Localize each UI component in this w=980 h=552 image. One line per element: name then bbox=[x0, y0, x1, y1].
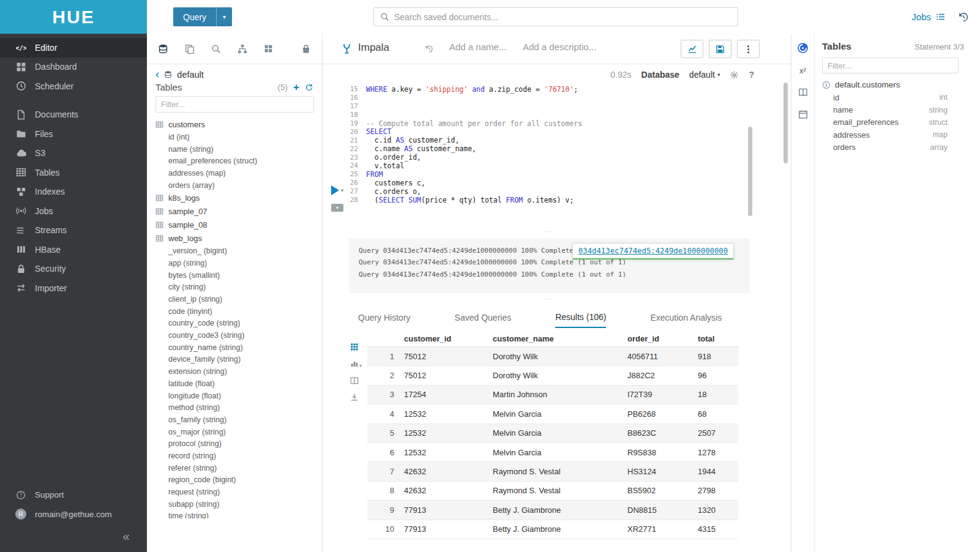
results-row[interactable]: 842632Raymond S. VestalBS59022798 bbox=[367, 482, 738, 501]
assist-search-tab[interactable] bbox=[211, 44, 221, 54]
assist-collections-tab[interactable] bbox=[301, 44, 311, 54]
right-column-item[interactable]: idint bbox=[822, 91, 973, 103]
results-row[interactable]: 275012Dorothy WilkJ882C296 bbox=[367, 366, 738, 385]
assist-documents-tab[interactable] bbox=[185, 44, 195, 54]
tree-table-item[interactable]: k8s_logs bbox=[155, 191, 322, 204]
tab-query-history[interactable]: Query History bbox=[358, 307, 411, 328]
query-history-toggle[interactable] bbox=[425, 45, 433, 53]
sidebar-item-tables[interactable]: Tables bbox=[0, 163, 147, 182]
sidebar-item-dashboard[interactable]: Dashboard bbox=[0, 58, 147, 77]
right-column-item[interactable]: ordersarray bbox=[822, 141, 973, 154]
tree-column-item[interactable]: _version_ (bigint) bbox=[155, 245, 322, 257]
resize-handle[interactable]: ··· bbox=[323, 229, 776, 234]
active-table-row[interactable]: default.customers bbox=[822, 80, 973, 89]
tree-column-item[interactable]: extension (string) bbox=[155, 365, 322, 378]
tree-table-item[interactable]: sample_08 bbox=[155, 218, 322, 231]
editor-assistant-tab[interactable] bbox=[791, 42, 814, 54]
execute-button[interactable]: ▾ bbox=[331, 185, 344, 195]
query-dropdown-button[interactable]: ▾ bbox=[216, 7, 232, 26]
right-column-item[interactable]: email_preferencesstruct bbox=[822, 116, 973, 129]
results-row[interactable]: 317254Martin JohnsonI72T3918 bbox=[367, 386, 738, 405]
sidebar-item-importer[interactable]: Importer bbox=[0, 278, 147, 298]
database-selector[interactable]: default ▾ bbox=[689, 70, 720, 80]
right-column-item[interactable]: addressesmap bbox=[822, 129, 973, 141]
tree-column-item[interactable]: addresses (map) bbox=[155, 167, 322, 179]
tab-execution-analysis[interactable]: Execution Analysis bbox=[650, 307, 722, 328]
global-history-button[interactable] bbox=[958, 12, 969, 23]
chart-view-button[interactable]: ▾ bbox=[350, 359, 362, 368]
tree-column-item[interactable]: record (string) bbox=[155, 450, 322, 462]
sidebar-item-support[interactable]: ? Support bbox=[0, 485, 147, 505]
tree-column-item[interactable]: subapp (string) bbox=[155, 498, 322, 510]
sidebar-item-hbase[interactable]: HBase bbox=[0, 240, 147, 259]
results-row[interactable]: 742632Raymond S. VestalHS31241944 bbox=[367, 462, 738, 481]
refresh-tables-button[interactable] bbox=[305, 83, 313, 92]
chart-button[interactable] bbox=[681, 40, 703, 58]
query-id-link[interactable]: 034d413ec7474ed5:4249de1000000000 bbox=[578, 247, 728, 255]
tree-table-item[interactable]: sample_07 bbox=[155, 204, 322, 218]
save-button[interactable] bbox=[709, 40, 731, 58]
tree-table-item[interactable]: customers bbox=[155, 117, 322, 131]
query-button[interactable]: Query bbox=[173, 7, 216, 26]
tree-column-item[interactable]: orders (array) bbox=[155, 179, 322, 192]
tree-column-item[interactable]: region_code (bigint) bbox=[155, 474, 322, 487]
tree-column-item[interactable]: longitude (float) bbox=[155, 390, 322, 402]
tree-column-item[interactable]: os_family (string) bbox=[155, 414, 322, 426]
tree-column-item[interactable]: referer (string) bbox=[155, 462, 322, 474]
sidebar-item-indexes[interactable]: Indexes bbox=[0, 182, 147, 202]
assist-hierarchy-tab[interactable] bbox=[238, 44, 247, 54]
sidebar-item-documents[interactable]: Documents bbox=[0, 105, 147, 125]
tree-column-item[interactable]: code (tinyint) bbox=[155, 305, 322, 318]
sidebar-collapse-button[interactable]: « bbox=[0, 529, 147, 543]
sidebar-item-files[interactable]: Files bbox=[0, 124, 147, 144]
tree-column-item[interactable]: client_ip (string) bbox=[155, 293, 322, 305]
sidebar-item-s3[interactable]: S3 bbox=[0, 144, 147, 163]
sidebar-item-security[interactable]: Security bbox=[0, 259, 147, 279]
results-row[interactable]: 977913Betty J. GiambroneDN88151320 bbox=[367, 501, 738, 520]
sidebar-item-editor[interactable]: </>Editor bbox=[0, 38, 147, 58]
tree-column-item[interactable]: country_name (string) bbox=[155, 341, 322, 354]
tab-saved-queries[interactable]: Saved Queries bbox=[455, 307, 512, 328]
query-name-input[interactable] bbox=[449, 42, 515, 52]
editor-settings-button[interactable] bbox=[730, 70, 739, 80]
results-row[interactable]: 412532Melvin GarciaPB626868 bbox=[367, 405, 738, 423]
search-input[interactable] bbox=[394, 12, 731, 22]
tree-table-item[interactable]: web_logs bbox=[155, 231, 322, 245]
tree-column-item[interactable]: email_preferences (struct) bbox=[155, 155, 322, 167]
assist-apps-tab[interactable] bbox=[264, 44, 273, 53]
language-reference-tab[interactable] bbox=[791, 88, 814, 97]
jobs-link[interactable]: Jobs bbox=[911, 12, 946, 22]
tab-results-106[interactable]: Results (106) bbox=[555, 307, 606, 328]
tree-column-item[interactable]: city (string) bbox=[155, 282, 322, 294]
tree-column-item[interactable]: bytes (smallint) bbox=[155, 269, 322, 282]
back-chevron-icon[interactable]: ‹ bbox=[155, 68, 159, 80]
tree-column-item[interactable]: name (string) bbox=[155, 143, 322, 155]
tree-column-item[interactable]: time (string) bbox=[155, 510, 322, 518]
tree-column-item[interactable]: protocol (string) bbox=[155, 438, 322, 450]
sidebar-item-jobs[interactable]: Jobs bbox=[0, 201, 147, 221]
results-row[interactable]: 1077913Betty J. GiambroneXR27714315 bbox=[367, 520, 738, 539]
sidebar-item-streams[interactable]: Streams bbox=[0, 221, 147, 241]
grid-view-button[interactable] bbox=[350, 343, 359, 351]
tree-column-item[interactable]: request (string) bbox=[155, 486, 322, 498]
right-filter-input[interactable] bbox=[822, 58, 959, 73]
functions-tab[interactable]: x² bbox=[791, 66, 814, 75]
tree-column-item[interactable]: method (string) bbox=[155, 401, 322, 414]
tree-column-item[interactable]: country_code3 (string) bbox=[155, 329, 322, 341]
results-row[interactable]: 512532Melvin GarciaB8623C2507 bbox=[367, 424, 738, 443]
tree-column-item[interactable]: latitude (float) bbox=[155, 378, 322, 390]
editor-options-button[interactable]: ▾ bbox=[331, 204, 343, 212]
tree-column-item[interactable]: app (string) bbox=[155, 257, 322, 269]
more-actions-button[interactable] bbox=[737, 40, 760, 58]
columns-view-button[interactable] bbox=[350, 376, 359, 385]
tree-column-item[interactable]: country_code (string) bbox=[155, 318, 322, 330]
results-row[interactable]: 612532Melvin GarciaR9S8381278 bbox=[367, 443, 738, 462]
query-description-input[interactable] bbox=[523, 42, 602, 52]
tree-column-item[interactable]: device_family (string) bbox=[155, 354, 322, 366]
editor-scrollbar[interactable] bbox=[748, 127, 752, 216]
sidebar-item-user[interactable]: R romain@gethue.com bbox=[0, 505, 147, 524]
schedule-tab[interactable] bbox=[791, 110, 814, 119]
results-row[interactable]: 175012Dorothy Wilk4056711918 bbox=[367, 347, 738, 366]
right-column-item[interactable]: namestring bbox=[822, 103, 973, 116]
sidebar-item-scheduler[interactable]: Scheduler bbox=[0, 76, 147, 96]
